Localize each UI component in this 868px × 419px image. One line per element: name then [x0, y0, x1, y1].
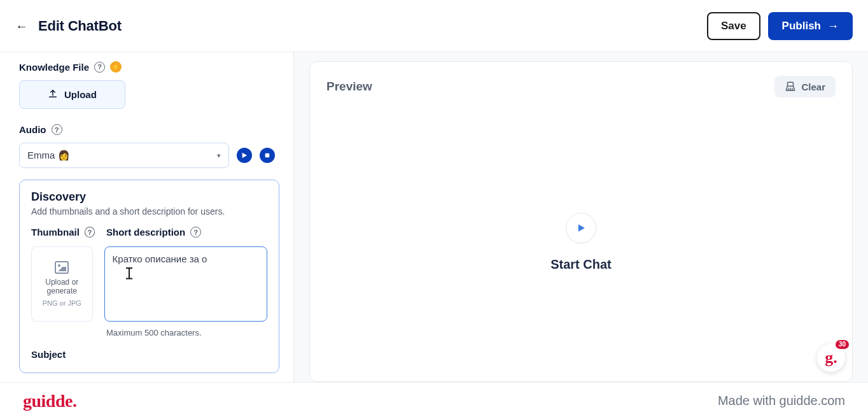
- svg-marker-3: [578, 224, 585, 232]
- help-icon[interactable]: ?: [94, 62, 105, 73]
- discovery-columns: Upload or generate PNG or JPG: [31, 246, 267, 322]
- save-button[interactable]: Save: [707, 12, 760, 40]
- chevron-down-icon: ▾: [217, 152, 221, 160]
- audio-row: Emma 👩 ▾: [19, 143, 283, 168]
- guidde-badge[interactable]: g. 30: [817, 344, 845, 372]
- svg-rect-2: [788, 82, 794, 86]
- svg-marker-0: [242, 153, 248, 158]
- preview-panel: Preview Clear Start Chat: [294, 52, 868, 382]
- stop-audio-button[interactable]: [260, 148, 275, 163]
- audio-selected-value: Emma 👩: [27, 150, 70, 161]
- help-icon[interactable]: ?: [85, 227, 95, 238]
- bolt-icon: ⚡: [110, 61, 122, 73]
- svg-rect-1: [265, 153, 270, 158]
- badge-count: 30: [836, 340, 849, 349]
- start-chat-play-button[interactable]: [566, 213, 596, 243]
- back-arrow-icon[interactable]: ←: [15, 20, 28, 32]
- discovery-column-labels: Thumbnail ? Short description ?: [31, 227, 267, 246]
- header-bar: ← Edit ChatBot Save Publish →: [0, 0, 868, 52]
- short-description-input[interactable]: [104, 246, 267, 322]
- upload-icon: [48, 89, 58, 101]
- start-chat-label: Start Chat: [550, 257, 612, 272]
- form-panel: Knowledge File ? ⚡ Upload Audio ? Emma 👩…: [0, 52, 294, 382]
- arrow-right-icon: →: [827, 20, 839, 32]
- publish-button[interactable]: Publish →: [768, 12, 853, 40]
- thumbnail-label-text: Thumbnail: [31, 227, 80, 238]
- preview-header: Preview Clear: [310, 62, 852, 103]
- thumbnail-upload-box[interactable]: Upload or generate PNG or JPG: [31, 246, 93, 322]
- preview-body: Start Chat: [310, 103, 852, 381]
- preview-title: Preview: [326, 80, 372, 94]
- discovery-card: Discovery Add thumbnails and a short des…: [19, 180, 279, 373]
- upload-label: Upload: [64, 89, 97, 100]
- footer-credit: Made with guidde.com: [718, 394, 845, 408]
- knowledge-file-label-text: Knowledge File: [19, 62, 89, 73]
- header-left: ← Edit ChatBot: [15, 18, 122, 34]
- thumbnail-main-text: Upload or generate: [36, 278, 88, 296]
- footer-bar: guidde. Made with guidde.com: [0, 382, 868, 419]
- audio-label-text: Audio: [19, 124, 46, 135]
- page-title: Edit ChatBot: [38, 18, 122, 34]
- subject-label: Subject: [31, 349, 267, 360]
- clear-button[interactable]: Clear: [774, 76, 836, 97]
- image-placeholder-icon: [55, 261, 69, 274]
- knowledge-file-block: Knowledge File ? ⚡ Upload: [19, 61, 283, 109]
- clear-label: Clear: [801, 82, 825, 92]
- audio-block: Audio ? Emma 👩 ▾: [19, 124, 283, 168]
- discovery-subtitle: Add thumbnails and a short description f…: [31, 206, 267, 217]
- thumbnail-label: Thumbnail ?: [31, 227, 95, 238]
- thumbnail-sub-text: PNG or JPG: [43, 299, 81, 307]
- footer-brand: guidde.: [23, 391, 76, 411]
- guidde-q-icon: g.: [825, 348, 837, 367]
- content-area: Knowledge File ? ⚡ Upload Audio ? Emma 👩…: [0, 52, 868, 382]
- broom-icon: [785, 81, 796, 92]
- upload-button[interactable]: Upload: [19, 80, 125, 109]
- description-helper-text: Maximum 500 characters.: [106, 328, 267, 337]
- audio-select[interactable]: Emma 👩 ▾: [19, 143, 229, 168]
- knowledge-file-label: Knowledge File ? ⚡: [19, 61, 283, 73]
- publish-label: Publish: [782, 20, 821, 32]
- help-icon[interactable]: ?: [52, 124, 62, 135]
- audio-label: Audio ?: [19, 124, 283, 135]
- play-audio-button[interactable]: [237, 148, 252, 163]
- discovery-title: Discovery: [31, 190, 267, 204]
- shortdesc-label-text: Short description: [106, 227, 185, 238]
- header-right: Save Publish →: [707, 12, 853, 40]
- shortdesc-label: Short description ?: [106, 227, 201, 238]
- preview-card: Preview Clear Start Chat: [309, 61, 853, 382]
- help-icon[interactable]: ?: [190, 227, 201, 238]
